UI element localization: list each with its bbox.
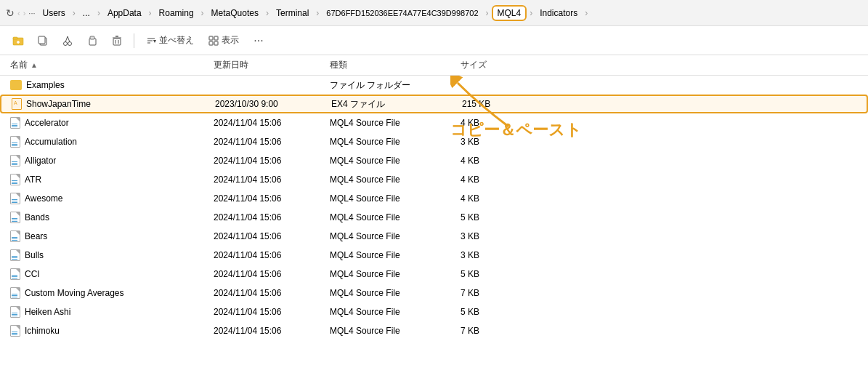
file-row[interactable]: ShowJapanTime 2023/10/30 9:00 EX4 ファイル 2…	[0, 95, 868, 113]
file-row[interactable]: Accelerator 2024/11/04 15:06 MQL4 Source…	[0, 113, 868, 132]
addr-appdata[interactable]: AppData	[103, 7, 146, 20]
sort-button[interactable]: 並べ替え	[140, 31, 200, 49]
file-type-cell: MQL4 Source File	[325, 288, 456, 298]
file-size-cell: 3 KB	[456, 250, 514, 260]
file-type: MQL4 Source File	[330, 137, 400, 147]
file-date-cell: 2024/11/04 15:06	[209, 212, 325, 222]
cut-button[interactable]	[57, 31, 78, 51]
new-folder-button[interactable]	[7, 31, 29, 51]
file-row[interactable]: CCI 2024/11/04 15:06 MQL4 Source File 5 …	[0, 265, 868, 284]
file-size: 5 KB	[461, 269, 479, 279]
mql4-icon	[10, 230, 20, 242]
file-type-cell: MQL4 Source File	[325, 231, 456, 241]
svg-rect-23	[214, 41, 218, 45]
file-size-cell: 5 KB	[456, 307, 514, 317]
file-row[interactable]: Alligator 2024/11/04 15:06 MQL4 Source F…	[0, 151, 868, 170]
file-name: ATR	[25, 175, 41, 185]
svg-rect-22	[209, 41, 213, 45]
file-size-cell: 5 KB	[456, 269, 514, 279]
file-type: MQL4 Source File	[330, 288, 400, 298]
addr-indicators[interactable]: Indicators	[535, 7, 582, 20]
file-name-cell: Accumulation	[6, 136, 209, 148]
file-size: 4 KB	[461, 156, 479, 166]
file-type: MQL4 Source File	[330, 231, 400, 241]
col-type[interactable]: 種類	[325, 59, 456, 71]
file-name: Heiken Ashi	[25, 307, 70, 317]
file-size-cell: 215 KB	[458, 99, 516, 109]
file-type: MQL4 Source File	[330, 307, 400, 317]
file-row[interactable]: Bears 2024/11/04 15:06 MQL4 Source File …	[0, 227, 868, 246]
back-icon[interactable]: ‹	[17, 9, 20, 17]
file-type-cell: ファイル フォルダー	[325, 79, 456, 92]
addr-mql4[interactable]: MQL4	[492, 5, 527, 21]
svg-rect-11	[90, 36, 94, 39]
svg-rect-5	[38, 36, 45, 44]
file-row[interactable]: Accumulation 2024/11/04 15:06 MQL4 Sourc…	[0, 132, 868, 151]
more-options-button[interactable]: ···	[248, 31, 269, 51]
col-size[interactable]: サイズ	[456, 59, 514, 71]
file-size-cell: 4 KB	[456, 193, 514, 204]
delete-button[interactable]	[106, 31, 128, 51]
file-date: 2024/11/04 15:06	[214, 250, 281, 260]
file-name: Bulls	[25, 250, 44, 260]
svg-point-6	[64, 41, 68, 45]
mql4-icon	[10, 136, 20, 148]
addr-terminal[interactable]: Terminal	[272, 7, 313, 20]
mql4-icon	[10, 268, 20, 280]
col-date[interactable]: 更新日時	[209, 59, 325, 71]
file-size-cell: 4 KB	[456, 156, 514, 166]
file-name-cell: Bulls	[6, 249, 209, 261]
file-type: ファイル フォルダー	[330, 79, 410, 92]
copy-button[interactable]	[32, 31, 54, 51]
file-name: Examples	[26, 80, 65, 90]
file-name-cell: Bears	[6, 230, 209, 242]
mql4-icon	[10, 287, 20, 299]
file-size-cell: 3 KB	[456, 231, 514, 241]
file-name: ShowJapanTime	[26, 99, 91, 109]
file-row[interactable]: Bulls 2024/11/04 15:06 MQL4 Source File …	[0, 246, 868, 265]
svg-line-8	[65, 36, 68, 42]
address-bar: ↻ ‹ › ··· Users › ... › AppData › Roamin…	[0, 0, 868, 26]
file-type: MQL4 Source File	[330, 212, 400, 222]
file-date: 2023/10/30 9:00	[215, 99, 278, 109]
file-type-cell: MQL4 Source File	[325, 250, 456, 260]
file-type: MQL4 Source File	[330, 193, 400, 204]
file-date: 2024/11/04 15:06	[214, 231, 281, 241]
toolbar: 並べ替え 表示 ···	[0, 26, 868, 55]
file-type-cell: MQL4 Source File	[325, 193, 456, 204]
view-label: 表示	[222, 34, 239, 47]
file-row[interactable]: Heiken Ashi 2024/11/04 15:06 MQL4 Source…	[0, 302, 868, 321]
view-button[interactable]: 表示	[203, 31, 245, 49]
file-row[interactable]: Custom Moving Averages 2024/11/04 15:06 …	[0, 284, 868, 302]
file-type: EX4 ファイル	[331, 98, 385, 111]
more-addr-icon[interactable]: ···	[28, 9, 35, 17]
file-date-cell: 2023/10/30 9:00	[211, 99, 327, 109]
addr-metaquotes[interactable]: MetaQuotes	[207, 7, 263, 20]
file-size: 4 KB	[461, 193, 479, 204]
file-type: MQL4 Source File	[330, 326, 400, 336]
file-name: Bears	[25, 231, 47, 241]
file-name: Accumulation	[25, 137, 77, 147]
file-date: 2024/11/04 15:06	[214, 269, 281, 279]
file-name-cell: ShowJapanTime	[7, 98, 211, 110]
addr-roaming[interactable]: Roaming	[155, 7, 198, 20]
file-row[interactable]: Bands 2024/11/04 15:06 MQL4 Source File …	[0, 208, 868, 227]
forward-icon[interactable]: ›	[23, 9, 26, 17]
file-row[interactable]: ATR 2024/11/04 15:06 MQL4 Source File 4 …	[0, 170, 868, 189]
col-name[interactable]: 名前 ▲	[6, 59, 209, 71]
paste-button[interactable]	[81, 31, 103, 51]
file-size: 7 KB	[461, 288, 479, 298]
file-row[interactable]: Examples ファイル フォルダー	[0, 76, 868, 95]
refresh-icon[interactable]: ↻	[6, 7, 15, 19]
file-row[interactable]: Ichimoku 2024/11/04 15:06 MQL4 Source Fi…	[0, 321, 868, 340]
file-size: 4 KB	[461, 118, 479, 128]
file-name: Alligator	[25, 156, 56, 166]
addr-users[interactable]: Users	[38, 7, 70, 20]
addr-hash[interactable]: 67D6FFD152036EE74A77E4C39D998702	[322, 7, 482, 19]
file-name-cell: Heiken Ashi	[6, 306, 209, 318]
addr-ellipsis[interactable]: ...	[78, 7, 94, 20]
file-type-cell: MQL4 Source File	[325, 175, 456, 185]
file-size: 5 KB	[461, 307, 479, 317]
file-row[interactable]: Awesome 2024/11/04 15:06 MQL4 Source Fil…	[0, 189, 868, 208]
file-name: CCI	[25, 269, 40, 279]
